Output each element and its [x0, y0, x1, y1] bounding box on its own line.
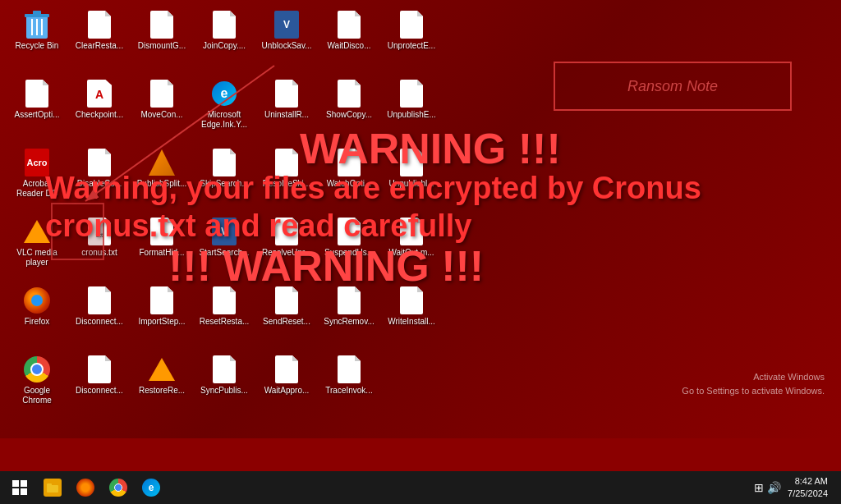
publishsplit-icon[interactable]: PublishSplit... — [133, 144, 191, 210]
unblocksav-icon[interactable]: V UnblockSav... — [258, 7, 315, 72]
waitdisco-icon[interactable]: WaitDisco... — [320, 7, 378, 72]
taskbar-firefox[interactable] — [71, 473, 100, 502]
acrobat-reader-icon[interactable]: Acro Acrobat Reader DC — [8, 144, 66, 210]
svg-rect-2 — [33, 11, 41, 15]
svg-rect-9 — [47, 483, 52, 487]
taskbar-time: 8:42 AM — [788, 475, 828, 488]
startsearch-icon[interactable]: V StartSearch... — [195, 213, 253, 279]
formathid-icon[interactable]: FormatHid... — [133, 213, 191, 279]
unprotecte-icon[interactable]: UnprotectE... — [383, 7, 440, 72]
windows-logo-icon — [12, 480, 27, 495]
skipsearch-icon[interactable]: SkipSearch... — [195, 144, 253, 210]
taskbar-file-explorer[interactable] — [38, 473, 67, 502]
taskbar-date: 7/25/2024 — [788, 488, 828, 500]
sendreset-icon[interactable]: SendReset... — [258, 282, 315, 348]
joincopy-icon[interactable]: JoinCopy.... — [195, 7, 253, 72]
checkpoint-icon[interactable]: A Checkpoint... — [71, 76, 128, 141]
ransom-note-label: Ransom Note — [627, 78, 718, 95]
taskbar-clock[interactable]: 8:42 AM 7/25/2024 — [788, 475, 828, 501]
microsoft-edge-icon[interactable]: e Microsoft Edge.Ink.Y... — [195, 76, 253, 141]
writeinstall-icon[interactable]: WriteInstall... — [383, 282, 440, 348]
clearresta-icon[interactable]: ClearResta... — [71, 7, 128, 72]
dismountg-icon[interactable]: DismountG... — [133, 7, 191, 72]
desktop: Recycle Bin ClearResta... DismountG... J… — [0, 0, 841, 438]
resetresta-icon[interactable]: ResetResta... — [195, 282, 253, 348]
google-chrome-icon[interactable]: Google Chrome — [8, 351, 66, 417]
ransom-note-box[interactable]: Ransom Note — [554, 62, 792, 111]
file-explorer-icon — [44, 479, 62, 497]
firefox-taskbar-icon — [76, 479, 94, 497]
activate-windows-subtitle: Go to Settings to activate Windows. — [682, 384, 825, 398]
firefox-icon[interactable]: Firefox — [8, 282, 66, 348]
recycle-bin-icon[interactable]: Recycle Bin — [8, 7, 66, 72]
assertopti-icon[interactable]: AssertOpti... — [8, 76, 66, 141]
importstep-icon[interactable]: ImportStep... — [133, 282, 191, 348]
system-tray: ⊞ 🔊 — [754, 481, 781, 494]
edge-taskbar-icon: e — [142, 479, 160, 497]
taskbar-chrome[interactable] — [103, 473, 133, 502]
disconnect1-icon[interactable]: Disconnect... — [71, 282, 128, 348]
activate-windows-notice: Activate Windows Go to Settings to activ… — [682, 370, 825, 397]
start-button[interactable] — [7, 474, 33, 501]
taskbar-edge[interactable]: e — [136, 473, 166, 502]
restorere-icon[interactable]: RestoreRe... — [133, 351, 191, 417]
taskbar-right-area: ⊞ 🔊 8:42 AM 7/25/2024 — [754, 475, 834, 501]
volume-tray-icon[interactable]: 🔊 — [767, 481, 781, 494]
traceinvok-icon[interactable]: TraceInvok... — [320, 351, 378, 417]
cronustxt-selection — [51, 203, 104, 260]
taskbar: e ⊞ 🔊 8:42 AM 7/25/2024 — [0, 471, 841, 504]
syncpublis-icon[interactable]: SyncPublis... — [195, 351, 253, 417]
syncremov-icon[interactable]: SyncRemov... — [320, 282, 378, 348]
activate-windows-title: Activate Windows — [682, 370, 825, 384]
network-tray-icon[interactable]: ⊞ — [754, 481, 764, 494]
waitappro-icon[interactable]: WaitAppro... — [258, 351, 315, 417]
ransom-arrow — [274, 66, 562, 230]
disconnect2-icon[interactable]: Disconnect... — [71, 351, 128, 417]
chrome-taskbar-icon — [109, 479, 127, 497]
